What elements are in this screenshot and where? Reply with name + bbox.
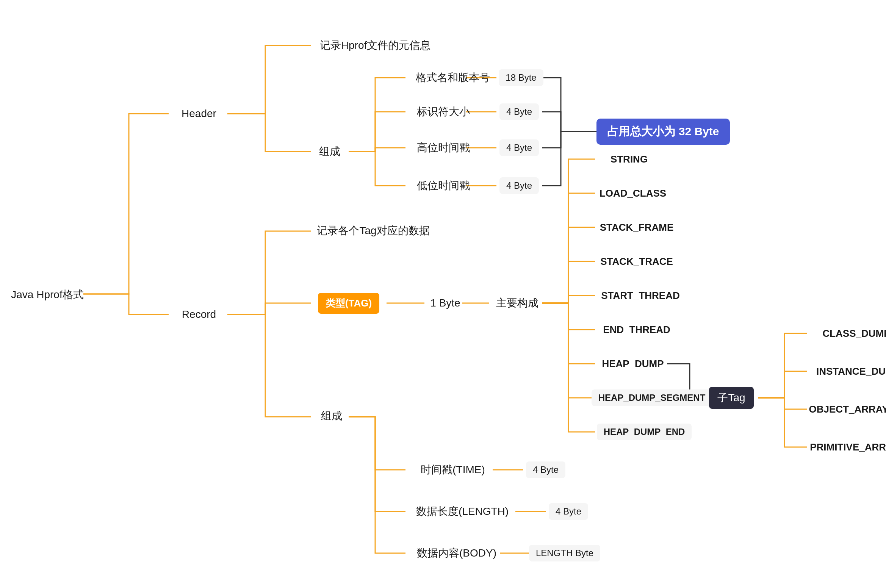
identifier-size-node: 4 Byte (496, 102, 542, 121)
header-desc-node: 记录Hprof文件的元信息 (311, 36, 440, 55)
end-thread-node: END_THREAD (595, 320, 678, 339)
identifier-node: 标识符大小 (405, 102, 481, 121)
object-array-dump-node: OBJECT_ARRAY_DUMP (807, 400, 886, 419)
data-body-node: 数据内容(BODY) (405, 544, 508, 563)
child-tag-node: 子Tag (705, 387, 758, 408)
time-field-node: 时间戳(TIME) (405, 460, 500, 479)
high-time-node: 高位时间戳 (405, 138, 481, 157)
record-comp-node: 组成 (311, 407, 352, 425)
high-time-size-node: 4 Byte (496, 138, 542, 157)
instance-dump-node: INSTANCE_DUMP (807, 362, 886, 381)
low-time-size-node: 4 Byte (496, 176, 542, 195)
header-comp-node: 组成 (311, 142, 349, 161)
stack-trace-node: STACK_TRACE (595, 252, 678, 271)
load-class-node: LOAD_CLASS (595, 184, 671, 203)
main-comp-node: 主要构成 (489, 293, 546, 313)
header-node: Header (169, 103, 229, 124)
type-tag-node: 类型(TAG) (311, 293, 387, 313)
class-dump-node: CLASS_DUMP (807, 324, 886, 343)
time-field-size-node: 4 Byte (523, 460, 568, 479)
low-time-node: 低位时间戳 (405, 176, 481, 195)
format-name-node: 格式名和版本号 (405, 68, 500, 87)
string-node: STRING (595, 150, 663, 169)
start-thread-node: START_THREAD (595, 286, 686, 305)
format-name-size-node: 18 Byte (496, 68, 546, 87)
root-node: Java Hprof格式 (11, 283, 83, 306)
record-desc-node: 记录各个Tag对应的数据 (311, 221, 436, 241)
stack-frame-node: STACK_FRAME (595, 218, 678, 237)
heap-dump-end-node: HEAP_DUMP_END (595, 422, 693, 441)
primitive-array-dump-node: PRIMITIVE_ARRAY_DUMP (807, 438, 886, 457)
heap-dump-node: HEAP_DUMP (595, 354, 671, 373)
data-length-node: 数据长度(LENGTH) (405, 502, 519, 521)
heap-dump-seg-node: HEAP_DUMP_SEGMENT (595, 388, 709, 407)
diagram: Java Hprof格式 Header 记录Hprof文件的元信息 组成 格式名… (0, 0, 886, 588)
record-node: Record (169, 304, 229, 325)
type-tag-size-node: 1 Byte (424, 293, 466, 313)
total-size-node: 占用总大小为 32 Byte (599, 120, 728, 142)
data-body-size-node: LENGTH Byte (531, 544, 599, 563)
data-length-size-node: 4 Byte (546, 502, 591, 521)
